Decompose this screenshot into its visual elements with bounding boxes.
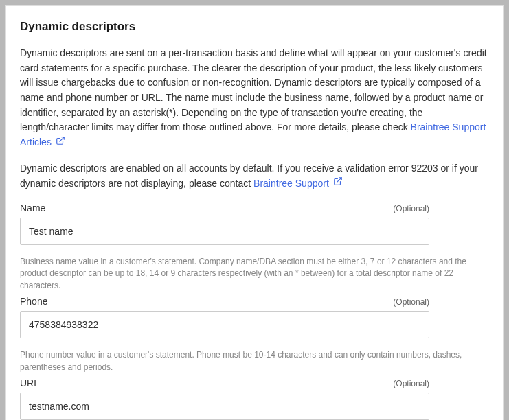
name-label: Name <box>20 202 45 213</box>
url-optional: (Optional) <box>393 379 429 388</box>
phone-optional: (Optional) <box>393 297 429 307</box>
svg-line-0 <box>60 137 64 141</box>
enabled-text: Dynamic descriptors are enabled on all a… <box>20 163 478 189</box>
external-link-icon <box>56 135 65 150</box>
dynamic-descriptors-panel: Dynamic descriptors Dynamic descriptors … <box>5 5 504 420</box>
phone-input[interactable] <box>20 311 429 338</box>
url-label: URL <box>20 377 39 388</box>
url-field-group: URL (Optional) <box>20 377 489 420</box>
enabled-paragraph: Dynamic descriptors are enabled on all a… <box>20 161 489 191</box>
phone-field-group: Phone (Optional) <box>20 296 489 338</box>
section-title: Dynamic descriptors <box>20 20 489 34</box>
name-field-group: Name (Optional) <box>20 202 489 245</box>
intro-paragraph: Dynamic descriptors are sent on a per-tr… <box>20 46 489 150</box>
svg-line-1 <box>337 178 341 182</box>
support-link-text: Braintree Support <box>253 178 329 189</box>
phone-hint: Phone number value in a customer's state… <box>20 349 489 373</box>
support-link[interactable]: Braintree Support <box>253 178 343 189</box>
name-optional: (Optional) <box>393 204 429 213</box>
url-input[interactable] <box>20 393 429 420</box>
name-label-row: Name (Optional) <box>20 202 429 213</box>
phone-label-row: Phone (Optional) <box>20 296 429 307</box>
url-label-row: URL (Optional) <box>20 377 429 388</box>
intro-text: Dynamic descriptors are sent on a per-tr… <box>20 47 487 132</box>
name-input[interactable] <box>20 218 429 245</box>
name-hint: Business name value in a customer's stat… <box>20 256 489 292</box>
external-link-icon <box>333 176 343 191</box>
phone-label: Phone <box>20 296 47 307</box>
